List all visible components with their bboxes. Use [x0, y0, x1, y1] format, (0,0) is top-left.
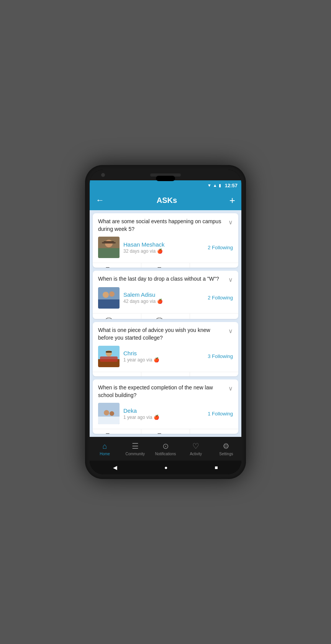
say-icon: 💬: [156, 317, 163, 319]
user-name[interactable]: Chris: [123, 350, 204, 356]
platform-icon: 🍎: [157, 299, 163, 304]
android-recents[interactable]: ■: [215, 464, 218, 471]
ask-actions: 💬 0 SAYs 💬 SAY ↗ Follow: [93, 429, 238, 434]
ask-actions: 💬 1 SAY 💬 SAY ↗ Follow: [93, 313, 238, 319]
home-icon: ⌂: [103, 442, 107, 451]
say-icon: 💬: [156, 376, 163, 377]
ask-list: What are some social events happening on…: [90, 210, 241, 437]
say-icon: 💬: [156, 267, 163, 268]
says-count: 1 SAY: [115, 318, 129, 319]
ask-question-row: When is the expected completion of the n…: [98, 384, 233, 399]
user-name[interactable]: Salem Adisu: [123, 291, 204, 298]
user-name[interactable]: Deka: [123, 407, 204, 414]
screen: ▼ ▲ ▮ 12:57 ← ASKs + What are some socia…: [90, 180, 241, 474]
user-info: Hasan Meshack 32 days ago via 🍎: [123, 241, 204, 254]
follow-label: Follow: [211, 318, 225, 319]
say-button[interactable]: 💬 SAY: [141, 372, 190, 377]
ask-card-1: What are some social events happening on…: [93, 213, 238, 268]
phone-top-bar: [90, 170, 241, 180]
say-icon: 💬: [156, 433, 163, 434]
follow-icon: ↗: [203, 267, 208, 268]
says-count-button[interactable]: 💬 0 SAYs: [93, 429, 141, 434]
follow-button[interactable]: ↗ Follow: [190, 429, 238, 434]
camera-dot: [101, 173, 105, 177]
user-meta: 1 year ago via 🍎: [123, 357, 204, 363]
ask-card-body: What are some social events happening on…: [93, 213, 238, 263]
svg-rect-11: [100, 356, 118, 362]
user-name[interactable]: Hasan Meshack: [123, 241, 204, 248]
follow-button[interactable]: ↗ Follow: [190, 314, 238, 319]
ask-question-row: What is one piece of advice you wish you…: [98, 327, 233, 342]
svg-rect-4: [102, 242, 116, 244]
ask-question-row: What are some social events happening on…: [98, 218, 233, 233]
notifications-icon: ⊙: [162, 441, 169, 451]
ask-question-row: When is the last day to drop a class wit…: [98, 275, 233, 283]
ask-card-body: When is the expected completion of the n…: [93, 379, 238, 429]
status-time: 12:57: [225, 183, 238, 188]
follow-button[interactable]: ↗ Follow: [190, 372, 238, 377]
user-avatar: [98, 287, 120, 309]
chevron-down-icon[interactable]: ∨: [228, 219, 233, 226]
ask-user-row: Hasan Meshack 32 days ago via 🍎 2 Follow…: [98, 237, 233, 258]
nav-settings[interactable]: ⚙ Settings: [211, 441, 241, 456]
android-back[interactable]: ◀: [113, 464, 117, 471]
svg-rect-6: [98, 299, 120, 309]
user-avatar: [98, 237, 120, 258]
chevron-down-icon[interactable]: ∨: [228, 327, 233, 335]
says-count-button[interactable]: 💬 1 SAY: [93, 314, 141, 319]
platform-icon: 🍎: [157, 248, 163, 254]
status-bar: ▼ ▲ ▮ 12:57: [90, 180, 241, 190]
ask-question-text: What are some social events happening on…: [98, 218, 228, 233]
platform-icon: 🍎: [154, 415, 159, 420]
says-count-button[interactable]: 💬 0 SAYs: [93, 372, 141, 377]
back-button[interactable]: ←: [96, 195, 104, 205]
user-avatar: [98, 346, 120, 367]
nav-home-label: Home: [100, 452, 110, 456]
ask-card-4: When is the expected completion of the n…: [93, 379, 238, 434]
follow-button[interactable]: ↗ Follow: [190, 263, 238, 268]
say-button[interactable]: 💬 SAY: [141, 429, 190, 434]
ask-card-body: When is the last day to drop a class wit…: [93, 271, 238, 313]
following-count[interactable]: 2 Following: [208, 295, 233, 301]
ask-actions: 💬 0 SAYs 💬 SAY ↗ Follow: [93, 372, 238, 377]
following-count[interactable]: 2 Following: [208, 245, 233, 250]
add-button[interactable]: +: [229, 195, 235, 206]
ask-user-row: Deka 1 year ago via 🍎 1 Following: [98, 403, 233, 424]
nav-activity-label: Activity: [190, 452, 202, 456]
earpiece: [156, 176, 175, 181]
ask-actions: 💬 0 SAYs 💬 SAY ↗ Follow: [93, 263, 238, 268]
following-count[interactable]: 1 Following: [208, 411, 233, 417]
svg-point-7: [103, 292, 109, 298]
app-header: ← ASKs +: [90, 190, 241, 210]
activity-icon: ♡: [192, 441, 199, 451]
ask-question-text: What is one piece of advice you wish you…: [98, 327, 228, 342]
android-nav-bar: ◀ ● ■: [90, 461, 241, 474]
nav-home[interactable]: ⌂ Home: [90, 442, 120, 456]
say-label: SAY: [166, 318, 175, 319]
chevron-down-icon[interactable]: ∨: [228, 276, 233, 283]
wifi-icon: ▼: [207, 183, 211, 188]
svg-point-8: [109, 291, 115, 297]
battery-icon: ▮: [219, 183, 221, 188]
svg-point-16: [104, 410, 109, 415]
svg-rect-15: [98, 417, 120, 424]
nav-settings-label: Settings: [219, 452, 233, 456]
user-info: Deka 1 year ago via 🍎: [123, 407, 204, 420]
says-count-button[interactable]: 💬 0 SAYs: [93, 263, 141, 268]
chevron-down-icon[interactable]: ∨: [228, 385, 233, 392]
say-button[interactable]: 💬 SAY: [141, 314, 190, 319]
svg-rect-13: [106, 351, 112, 353]
nav-activity[interactable]: ♡ Activity: [181, 441, 211, 456]
say-button[interactable]: 💬 SAY: [141, 263, 190, 268]
follow-icon: ↗: [203, 317, 208, 319]
android-home[interactable]: ●: [164, 464, 167, 471]
nav-notifications-label: Notifications: [155, 452, 176, 456]
nav-community[interactable]: ☰ Community: [120, 441, 150, 456]
following-count[interactable]: 3 Following: [208, 353, 233, 359]
user-info: Chris 1 year ago via 🍎: [123, 350, 204, 363]
user-info: Salem Adisu 42 days ago via 🍎: [123, 291, 204, 304]
nav-notifications[interactable]: ⊙ Notifications: [150, 441, 180, 456]
signal-icon: ▲: [213, 183, 217, 188]
nav-community-label: Community: [126, 452, 145, 456]
ask-user-row: Chris 1 year ago via 🍎 3 Following: [98, 346, 233, 367]
